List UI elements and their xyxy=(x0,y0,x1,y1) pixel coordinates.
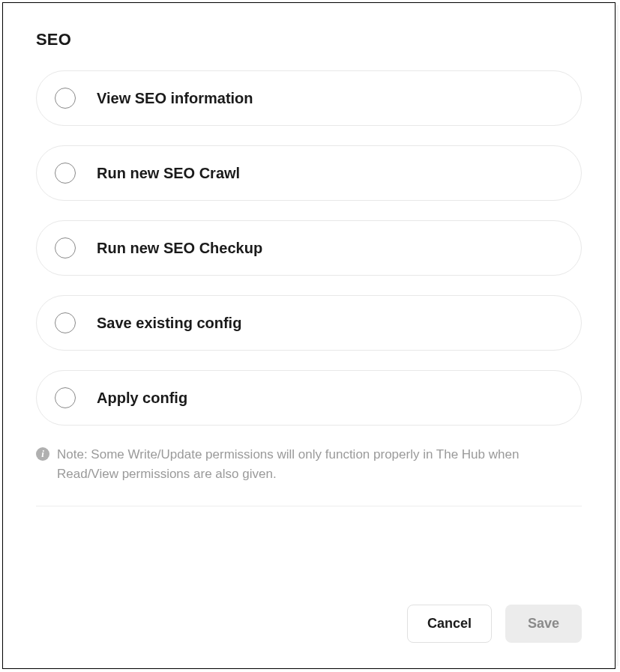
note-text: Note: Some Write/Update permissions will… xyxy=(57,445,582,485)
checkbox-icon[interactable] xyxy=(55,237,76,258)
option-label: View SEO information xyxy=(97,90,253,107)
option-run-new-seo-crawl[interactable]: Run new SEO Crawl xyxy=(36,145,582,201)
divider xyxy=(36,506,582,506)
modal-content: SEO View SEO information Run new SEO Cra… xyxy=(3,3,615,485)
checkbox-icon[interactable] xyxy=(55,312,76,333)
section-title: SEO xyxy=(36,30,582,49)
option-label: Save existing config xyxy=(97,315,241,332)
permissions-note: i Note: Some Write/Update permissions wi… xyxy=(36,445,582,485)
save-button[interactable]: Save xyxy=(505,605,582,643)
option-label: Run new SEO Crawl xyxy=(97,165,240,182)
checkbox-icon[interactable] xyxy=(55,387,76,408)
cancel-button[interactable]: Cancel xyxy=(407,605,492,643)
checkbox-icon[interactable] xyxy=(55,88,76,109)
modal-footer: Cancel Save xyxy=(3,584,615,668)
option-label: Apply config xyxy=(97,390,187,407)
checkbox-icon[interactable] xyxy=(55,163,76,184)
info-icon: i xyxy=(36,447,49,461)
option-save-existing-config[interactable]: Save existing config xyxy=(36,295,582,351)
option-apply-config[interactable]: Apply config xyxy=(36,370,582,426)
option-label: Run new SEO Checkup xyxy=(97,240,262,257)
option-view-seo-information[interactable]: View SEO information xyxy=(36,70,582,126)
permissions-modal: SEO View SEO information Run new SEO Cra… xyxy=(2,2,616,669)
option-run-new-seo-checkup[interactable]: Run new SEO Checkup xyxy=(36,220,582,276)
